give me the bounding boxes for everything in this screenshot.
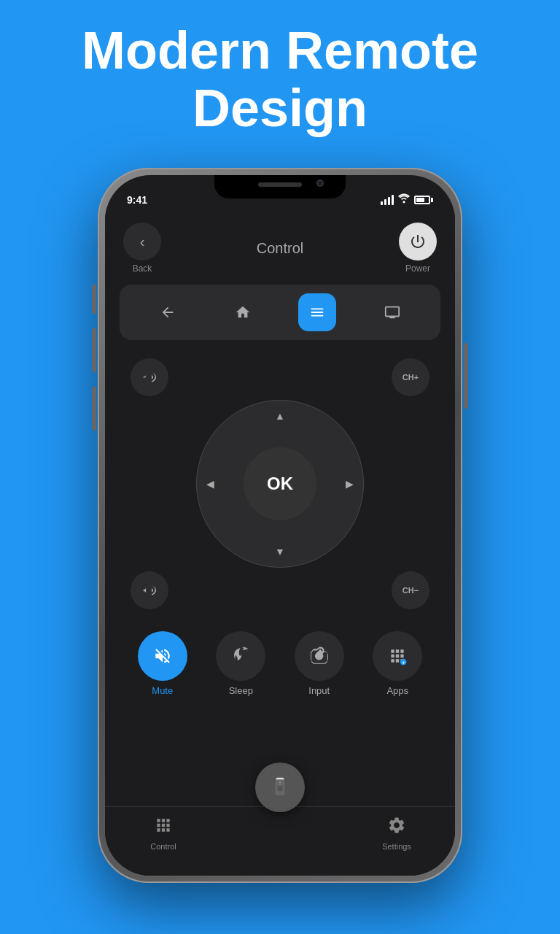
svg-point-6 bbox=[279, 784, 281, 786]
input-button[interactable]: Input bbox=[295, 631, 344, 696]
control-grid-icon bbox=[154, 816, 173, 839]
signal-icon bbox=[381, 195, 394, 205]
mute-icon bbox=[138, 631, 187, 681]
quick-buttons-bar bbox=[120, 285, 440, 340]
status-right bbox=[381, 193, 433, 206]
app-content: ‹ Back Control Power bbox=[105, 212, 455, 876]
ok-button[interactable]: OK bbox=[244, 447, 316, 520]
nav-settings[interactable]: Settings bbox=[338, 816, 455, 851]
sleep-icon bbox=[216, 631, 265, 681]
hero-title-line1: Modern Remote bbox=[29, 22, 531, 80]
apps-label: Apps bbox=[386, 685, 408, 696]
vol-ch-top-row: CH+ bbox=[105, 351, 455, 404]
ok-label: OK bbox=[267, 474, 293, 494]
back-button[interactable]: ‹ Back bbox=[123, 223, 161, 274]
nav-control[interactable]: Control bbox=[105, 816, 222, 851]
phone-outer: 9:41 bbox=[98, 168, 462, 883]
hero-title: Modern Remote Design bbox=[0, 22, 560, 137]
power-label: Power bbox=[405, 263, 430, 274]
power-icon bbox=[399, 223, 437, 260]
svg-text:+: + bbox=[402, 660, 405, 665]
apps-icon: + bbox=[373, 631, 422, 681]
phone-screen: 9:41 bbox=[105, 175, 455, 876]
quick-home-button[interactable] bbox=[224, 293, 262, 331]
svg-point-5 bbox=[279, 781, 281, 784]
vol-ch-bottom-row: CH− bbox=[105, 564, 455, 617]
back-circle-icon: ‹ bbox=[123, 223, 161, 260]
power-button[interactable]: Power bbox=[399, 223, 437, 274]
phone-mockup: 9:41 bbox=[98, 168, 462, 883]
input-label: Input bbox=[308, 685, 330, 696]
side-button-mute bbox=[92, 285, 96, 314]
side-button-vol-down bbox=[92, 387, 96, 431]
dpad-down-button[interactable]: ▼ bbox=[275, 546, 285, 557]
volume-down-button[interactable] bbox=[131, 571, 168, 609]
battery-icon bbox=[414, 196, 433, 204]
volume-up-button[interactable] bbox=[131, 358, 168, 396]
quick-tv-button[interactable] bbox=[373, 293, 411, 331]
mute-button[interactable]: Mute bbox=[138, 631, 187, 696]
bottom-controls: Mute Sleep bbox=[105, 620, 455, 707]
dpad-left-button[interactable]: ◀ bbox=[206, 478, 214, 490]
sleep-button[interactable]: Sleep bbox=[216, 631, 265, 696]
side-button-power bbox=[464, 343, 468, 409]
nav-settings-label: Settings bbox=[382, 842, 411, 851]
dpad: ▲ ▼ ◀ ▶ OK bbox=[105, 400, 455, 568]
input-icon bbox=[295, 631, 344, 681]
nav-control-label: Control bbox=[150, 842, 176, 851]
sleep-label: Sleep bbox=[229, 685, 253, 696]
dpad-right-button[interactable]: ▶ bbox=[346, 478, 354, 490]
bottom-nav: Control bbox=[105, 806, 455, 876]
channel-plus-button[interactable]: CH+ bbox=[392, 358, 429, 396]
dpad-outer-ring: ▲ ▼ ◀ ▶ OK bbox=[196, 400, 364, 568]
dpad-up-button[interactable]: ▲ bbox=[275, 410, 285, 422]
top-bar: ‹ Back Control Power bbox=[105, 212, 455, 281]
hero-title-line2: Design bbox=[29, 80, 531, 137]
status-time: 9:41 bbox=[127, 194, 147, 206]
screen-title: Control bbox=[257, 240, 303, 257]
quick-menu-button[interactable] bbox=[298, 293, 336, 331]
quick-back-button[interactable] bbox=[149, 293, 187, 331]
wifi-icon bbox=[398, 193, 410, 206]
channel-minus-button[interactable]: CH− bbox=[392, 571, 429, 609]
settings-gear-icon bbox=[387, 816, 406, 839]
back-label: Back bbox=[133, 263, 152, 274]
phone-notch bbox=[214, 175, 346, 198]
svg-point-4 bbox=[277, 785, 283, 791]
side-button-vol-up bbox=[92, 328, 96, 372]
apps-button[interactable]: + Apps bbox=[373, 631, 422, 696]
fab-remote-button[interactable] bbox=[255, 763, 305, 812]
mute-label: Mute bbox=[152, 685, 173, 696]
